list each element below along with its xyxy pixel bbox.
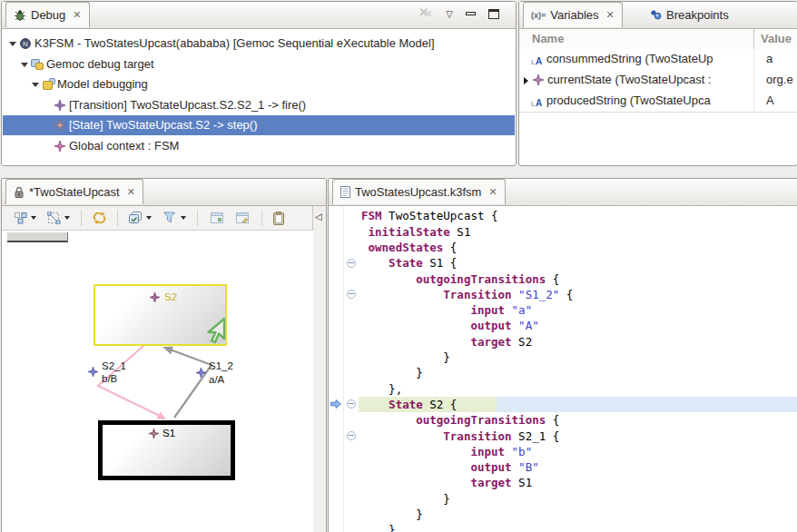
transition-label-name[interactable]: S1_2 (209, 360, 233, 372)
transitions-layer (2, 231, 313, 532)
debug-tree-row[interactable]: Gemoc debug target (3, 54, 515, 74)
collapse-palette-icon[interactable]: ◁ (315, 212, 322, 222)
stack-frame-icon (54, 100, 65, 111)
refresh-icon[interactable] (93, 212, 106, 224)
debug-tree-row-stackframe[interactable]: [Transition] TwoStateUpcast.S2.S2_1 -> f… (3, 95, 515, 115)
code-line[interactable]: State S2 { (361, 397, 457, 412)
code-line[interactable]: }, (361, 381, 402, 397)
tab-variables[interactable]: (x)= Variables ✕ (523, 2, 623, 27)
state-icon (149, 429, 159, 438)
tab-diagram-close-icon[interactable]: ✕ (127, 186, 135, 198)
fold-collapse-icon[interactable] (347, 399, 356, 409)
maximize-button[interactable] (488, 9, 499, 19)
variable-row[interactable]: LA consummedString (TwoStateUp a (519, 49, 797, 70)
view-menu-button[interactable]: ▽ (446, 9, 453, 19)
diagram-canvas[interactable]: S2 S1 S2_1 b/B S1_2 a/A (2, 231, 313, 532)
debug-tree-row-stackframe[interactable]: Global context : FSM (3, 136, 515, 156)
column-divider[interactable] (753, 29, 754, 49)
layers-icon[interactable] (129, 212, 143, 224)
variable-row[interactable]: currentState (TwoStateUpcast : org.e (519, 70, 797, 91)
code-text-area[interactable]: FSM TwoStateUpcast { initialState S1 own… (359, 206, 797, 532)
tab-diagram[interactable]: *TwoStateUpcast ✕ (5, 179, 143, 204)
code-line[interactable]: } (361, 522, 396, 532)
state-node-s2[interactable]: S2 (93, 284, 227, 346)
tab-debug-close-icon[interactable]: ✕ (73, 9, 81, 21)
stack-frame-icon (54, 120, 65, 131)
tab-breakpoints-label: Breakpoints (666, 8, 729, 22)
tab-k3fsm-file[interactable]: TwoStatesUpcast.k3fsm ✕ (332, 179, 506, 204)
code-line[interactable]: input "b" (361, 444, 532, 459)
code-line[interactable]: target S2 (361, 334, 532, 350)
transition-edge-S1-2[interactable] (165, 348, 212, 418)
select-icon[interactable] (47, 212, 61, 224)
code-line[interactable]: } (361, 350, 450, 365)
fold-collapse-icon[interactable] (347, 290, 356, 299)
arrange-icon[interactable] (15, 212, 27, 224)
state-node-s1[interactable]: S1 (98, 420, 235, 480)
tab-k3fsm-close-icon[interactable]: ✕ (488, 186, 497, 198)
expander-icon[interactable] (21, 63, 28, 67)
code-line[interactable]: Transition S2_1 { (361, 429, 559, 444)
tab-k3fsm-label: TwoStatesUpcast.k3fsm (355, 185, 481, 199)
transition-label-event[interactable]: a/A (209, 374, 224, 386)
code-line[interactable]: outgoingTransitions { (361, 271, 559, 287)
variable-name: currentState (TwoStateUpcast : (547, 73, 712, 86)
code-line[interactable]: } (361, 491, 450, 507)
expander-icon[interactable] (524, 77, 528, 84)
green-cursor-icon (204, 317, 227, 345)
state-label: S2 (164, 291, 177, 303)
filter-icon[interactable] (162, 212, 177, 224)
code-line[interactable]: ownedStates { (361, 240, 457, 255)
remove-all-terminated-button[interactable]: ✕ ✕ (418, 7, 433, 20)
fold-collapse-icon[interactable] (347, 431, 356, 440)
code-line[interactable]: FSM TwoStateUpcast { (361, 208, 498, 223)
layers-dropdown-icon[interactable] (146, 216, 152, 220)
tab-diagram-label: *TwoStateUpcast (29, 185, 120, 199)
window-edit-icon[interactable] (236, 212, 249, 223)
palette-strip: ◁ (312, 206, 326, 532)
breakpoints-icon (650, 9, 662, 20)
lock-icon (14, 186, 25, 199)
code-line[interactable]: State S1 { (361, 255, 457, 271)
annotation-ruler[interactable] (329, 206, 344, 532)
fold-collapse-icon[interactable] (347, 259, 356, 268)
clipboard-icon[interactable] (273, 212, 285, 225)
code-line[interactable]: } (361, 507, 423, 522)
debug-tree-row-stackframe-selected[interactable]: [State] TwoStateUpcast.S2 -> step() (3, 115, 515, 135)
column-value[interactable]: Value (761, 32, 792, 45)
code-line[interactable]: outgoingTransitions { (361, 412, 559, 428)
variable-row[interactable]: LA producedString (TwoStateUpca A (519, 91, 797, 112)
expander-icon[interactable] (9, 42, 16, 46)
code-line[interactable]: output "A" (361, 318, 539, 333)
code-line[interactable]: input "a" (361, 302, 532, 318)
variables-tabbar: (x)= Variables ✕ Breakpoints (519, 2, 797, 29)
column-name[interactable]: Name (532, 32, 564, 45)
diagram-editor: *TwoStateUpcast ✕ (1, 178, 327, 532)
minimize-button[interactable] (466, 12, 476, 15)
debug-view: Debug ✕ ✕ ✕ ▽ N K3FSM - TwoStatesUpcast(… (1, 1, 517, 166)
folding-ruler[interactable] (344, 206, 359, 532)
select-dropdown-icon[interactable] (64, 216, 70, 220)
arrange-dropdown-icon[interactable] (31, 216, 36, 220)
tab-debug[interactable]: Debug ✕ (5, 2, 90, 27)
code-line[interactable]: Transition "S1_2" { (361, 287, 573, 302)
code-line[interactable]: output "B" (361, 459, 539, 475)
debug-tree-row[interactable]: N K3FSM - TwoStatesUpcast(abababa) [Gemo… (3, 34, 515, 54)
expander-icon[interactable] (32, 83, 39, 87)
tab-debug-label: Debug (31, 8, 65, 22)
attribute-icon: LA (531, 95, 542, 109)
diagram-tabbar: *TwoStateUpcast ✕ (2, 179, 326, 206)
window-icon[interactable] (211, 212, 223, 223)
code-line[interactable]: target S1 (361, 475, 532, 490)
code-line[interactable]: } (361, 365, 423, 380)
code-editor: TwoStatesUpcast.k3fsm ✕ FSM TwoStateUpca… (328, 178, 797, 532)
debug-tree-row[interactable]: Model debugging (3, 74, 515, 94)
transition-label-name[interactable]: S2_1 (102, 360, 126, 372)
tab-breakpoints[interactable]: Breakpoints (643, 2, 736, 27)
transition-label-event[interactable]: b/B (102, 373, 117, 385)
tab-variables-close-icon[interactable]: ✕ (606, 9, 615, 21)
filter-dropdown-icon[interactable] (181, 216, 186, 220)
variable-value: a (766, 52, 772, 65)
code-line[interactable]: initialState S1 (361, 224, 470, 240)
debug-target-icon (31, 58, 44, 70)
